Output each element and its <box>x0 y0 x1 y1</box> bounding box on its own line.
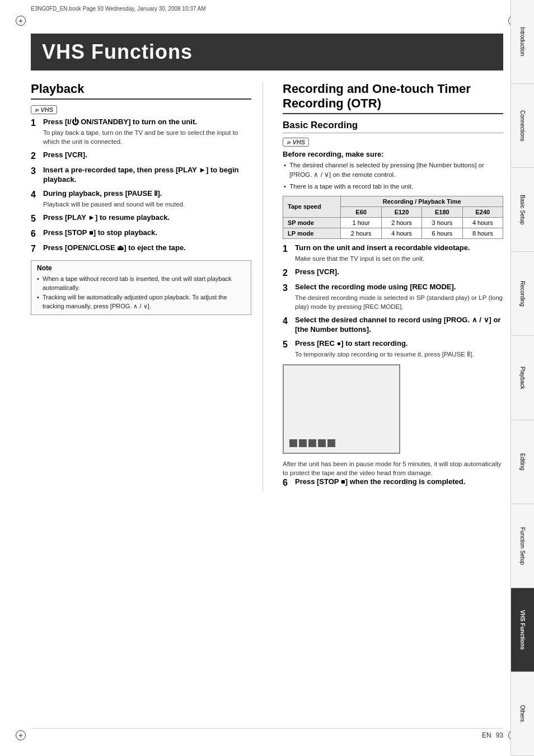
sidebar: IntroductionConnectionsBasic SetupRecord… <box>510 0 534 756</box>
tv-screen <box>283 364 400 454</box>
playback-heading: Playback <box>31 82 251 100</box>
title-banner: VHS Functions <box>31 34 503 71</box>
col-e180: E180 <box>422 206 462 217</box>
footer-page: 93 <box>496 731 503 739</box>
recording-step-4: 4 Select the desired channel to record u… <box>283 316 503 335</box>
sidebar-tab-basic-setup[interactable]: Basic Setup <box>511 168 534 252</box>
sidebar-tab-vhs-functions[interactable]: VHS Functions <box>511 588 534 672</box>
playback-step-6: 6 Press [STOP ■] to stop playback. <box>31 228 251 239</box>
note-item-2: Tracking will be automatically adjusted … <box>37 293 245 311</box>
step-title: Press [STOP ■] when the recording is com… <box>295 477 503 487</box>
file-info: E3NG0FD_EN.book Page 93 Wednesday, Janua… <box>31 6 206 12</box>
sidebar-tab-editing[interactable]: Editing <box>511 420 534 504</box>
tv-sq-1 <box>289 439 297 447</box>
sp-mode-row: SP mode 1 hour 2 hours 3 hours 4 hours <box>283 217 503 228</box>
lp-mode-row: LP mode 2 hours 4 hours 6 hours 8 hours <box>283 228 503 238</box>
before-item-2: There is a tape with a record tab in the… <box>283 182 503 191</box>
sp-e60: 1 hour <box>341 217 381 228</box>
playback-step-2: 2 Press [VCR]. <box>31 151 251 161</box>
step-desc: To temporarily stop recording or to resu… <box>295 350 503 359</box>
playback-steps: 1 Press [I/⏻ ON/STANDBY] to turn on the … <box>31 118 251 255</box>
sidebar-tab-function-setup[interactable]: Function Setup <box>511 504 534 588</box>
step-desc: Playback will be paused and sound will b… <box>43 200 251 209</box>
step-title: Select the desired channel to record usi… <box>295 316 503 335</box>
footer-lang: EN <box>482 731 491 739</box>
step-num: 6 <box>31 228 40 239</box>
basic-recording-heading: Basic Recording <box>283 120 503 133</box>
lp-e240: 8 hours <box>462 228 503 238</box>
corner-mark-tl <box>16 16 26 26</box>
recording-step-1: 1 Turn on the unit and insert a recordab… <box>283 243 503 263</box>
step-title: Insert a pre-recorded tape, then press [… <box>43 166 251 185</box>
playback-step-3: 3 Insert a pre-recorded tape, then press… <box>31 166 251 185</box>
step-title: Press [STOP ■] to stop playback. <box>43 228 251 238</box>
recording-playback-time-label: Recording / Playback Time <box>341 196 503 206</box>
sp-e240: 4 hours <box>462 217 503 228</box>
recording-step-2: 2 Press [VCR]. <box>283 267 503 278</box>
col-e120: E120 <box>381 206 421 217</box>
playback-step-7: 7 Press [OPEN/CLOSE ⏏] to eject the tape… <box>31 243 251 254</box>
step-num: 2 <box>283 267 292 278</box>
lp-mode-label: LP mode <box>283 228 341 238</box>
step-desc: Make sure that the TV input is set on th… <box>295 254 503 263</box>
sidebar-tab-recording[interactable]: Recording <box>511 252 534 336</box>
lp-e60: 2 hours <box>341 228 381 238</box>
step-num: 5 <box>283 339 292 359</box>
step-desc: To play back a tape, turn on the TV and … <box>43 128 251 146</box>
step-num: 3 <box>283 283 292 311</box>
note-title: Note <box>37 264 245 272</box>
before-recording-title: Before recording, make sure: <box>283 150 503 158</box>
col-e60: E60 <box>341 206 381 217</box>
step-title: Turn on the unit and insert a recordable… <box>295 243 503 253</box>
tape-speed-label: Tape speed <box>283 196 341 217</box>
step-title: Press [I/⏻ ON/STANDBY] to turn on the un… <box>43 118 251 127</box>
step-num: 5 <box>31 213 40 224</box>
step-num: 1 <box>283 243 292 263</box>
sidebar-tab-playback[interactable]: Playback <box>511 336 534 420</box>
step-num: 3 <box>31 166 40 185</box>
vhs-badge-right: VHS <box>283 138 309 147</box>
sp-e180: 3 hours <box>422 217 462 228</box>
page-title: VHS Functions <box>42 40 492 64</box>
step-title: Press [REC ●] to start recording. <box>295 339 503 349</box>
recording-step-6: 6 Press [STOP ■] when the recording is c… <box>283 477 503 488</box>
step-num: 1 <box>31 118 40 146</box>
corner-mark-bl <box>16 730 26 740</box>
before-item-1: The desired channel is selected by press… <box>283 161 503 180</box>
playback-step-1: 1 Press [I/⏻ ON/STANDBY] to turn on the … <box>31 118 251 146</box>
sp-e120: 2 hours <box>381 217 421 228</box>
step-num: 4 <box>283 316 292 335</box>
playback-step-4: 4 During playback, press [PAUSE Ⅱ]. Play… <box>31 189 251 209</box>
playback-step-5: 5 Press [PLAY ►] to resume playback. <box>31 213 251 224</box>
lp-e180: 6 hours <box>422 228 462 238</box>
step-title: Press [VCR]. <box>43 151 251 160</box>
tv-sq-3 <box>308 439 316 447</box>
tv-sq-4 <box>318 439 326 447</box>
tape-speed-table: Tape speed Recording / Playback Time E60… <box>283 196 503 239</box>
step-num: 7 <box>31 243 40 254</box>
lp-e120: 4 hours <box>381 228 421 238</box>
step-title: Press [VCR]. <box>295 267 503 277</box>
recording-section: Recording and One-touch Timer Recording … <box>280 82 503 492</box>
note-box: Note When a tape without record tab is i… <box>31 260 251 315</box>
step-title: Select the recording mode using [REC MOD… <box>295 283 503 292</box>
sp-mode-label: SP mode <box>283 217 341 228</box>
step-title: During playback, press [PAUSE Ⅱ]. <box>43 189 251 199</box>
recording-step-3: 3 Select the recording mode using [REC M… <box>283 283 503 311</box>
step-num: 6 <box>283 477 292 488</box>
sidebar-tab-introduction[interactable]: Introduction <box>511 0 534 84</box>
tv-screen-note: After the unit has been in pause mode fo… <box>283 459 503 477</box>
footer: EN 93 <box>31 728 503 739</box>
sidebar-tab-others[interactable]: Others <box>511 672 534 756</box>
recording-heading: Recording and One-touch Timer Recording … <box>283 82 503 114</box>
col-e240: E240 <box>462 206 503 217</box>
two-column-layout: Playback VHS 1 Press [I/⏻ ON/STANDBY] to… <box>31 82 503 492</box>
step-desc: The desired recording mode is selected i… <box>295 293 503 311</box>
playback-section: Playback VHS 1 Press [I/⏻ ON/STANDBY] to… <box>31 82 263 492</box>
tv-screen-container: After the unit has been in pause mode fo… <box>283 364 503 477</box>
note-item-1: When a tape without record tab is insert… <box>37 274 245 293</box>
tv-sq-5 <box>327 439 335 447</box>
recording-step-5: 5 Press [REC ●] to start recording. To t… <box>283 339 503 359</box>
sidebar-tab-connections[interactable]: Connections <box>511 84 534 168</box>
step-num: 4 <box>31 189 40 209</box>
